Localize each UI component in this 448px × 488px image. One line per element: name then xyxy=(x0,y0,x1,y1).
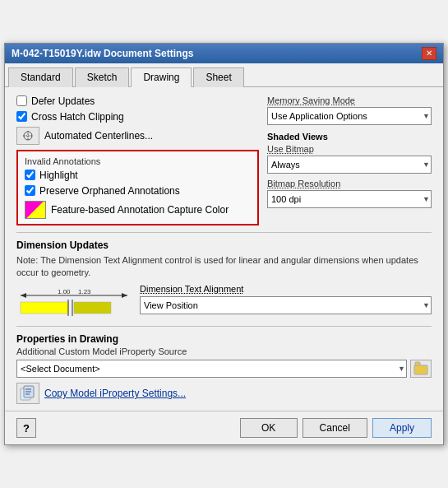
dimension-updates-title: Dimension Updates xyxy=(16,239,432,251)
copy-icon xyxy=(16,383,39,404)
dimension-alignment-label: Dimension Text Alignment xyxy=(140,284,432,294)
svg-marker-4 xyxy=(21,293,26,298)
bitmap-resolution-dropdown-wrap: 100 dpi 150 dpi 200 dpi 300 dpi ▼ xyxy=(267,190,432,208)
top-section: Defer Updates Cross Hatch Clipping Autom xyxy=(16,95,432,225)
automated-centerlines-label: Automated Centerlines... xyxy=(44,130,153,142)
centerlines-icon-btn[interactable] xyxy=(16,127,39,145)
doc-select-wrap: <Select Document> ▼ xyxy=(16,360,407,378)
tab-drawing[interactable]: Drawing xyxy=(131,67,192,87)
use-bitmap-dropdown[interactable]: Always Never Auto xyxy=(267,156,432,174)
defer-updates-row: Defer Updates xyxy=(16,95,259,107)
alignment-dropdown[interactable]: View Position Horizontal Aligned xyxy=(140,296,432,314)
color-swatch[interactable] xyxy=(25,201,46,219)
svg-text:1.00: 1.00 xyxy=(58,288,71,295)
copy-row: Copy Model iProperty Settings... xyxy=(16,383,432,404)
highlight-checkbox[interactable] xyxy=(25,170,35,180)
right-column: Memory Saving Mode Use Application Optio… xyxy=(267,95,432,225)
bitmap-resolution-dropdown[interactable]: 100 dpi 150 dpi 200 dpi 300 dpi xyxy=(267,190,432,208)
color-swatch-row: Feature-based Annotation Capture Color xyxy=(25,201,251,219)
tab-sketch[interactable]: Sketch xyxy=(75,67,130,87)
dimension-right: Dimension Text Alignment View Position H… xyxy=(140,284,432,319)
divider-2 xyxy=(16,326,432,327)
copy-settings-link[interactable]: Copy Model iProperty Settings... xyxy=(44,388,186,399)
memory-saving-dropdown[interactable]: Use Application Options Always On Always… xyxy=(267,107,432,125)
title-bar: M-042-T15019Y.idw Document Settings ✕ xyxy=(5,44,443,63)
dimension-section: 1.00 1.23 Dimension Text Alignment View … xyxy=(16,284,432,319)
memory-saving-dropdown-wrap: Use Application Options Always On Always… xyxy=(267,107,432,125)
memory-saving-label: Memory Saving Mode xyxy=(267,95,432,105)
invalid-annotations-box: Invalid Annotations Highlight Preserve O… xyxy=(16,150,259,225)
dialog-window: M-042-T15019Y.idw Document Settings ✕ St… xyxy=(4,43,444,446)
properties-sub: Additional Custom Model iProperty Source xyxy=(16,346,432,356)
help-section: ? xyxy=(16,418,36,438)
tabs-row: Standard Sketch Drawing Sheet xyxy=(5,63,443,87)
doc-select-row: <Select Document> ▼ xyxy=(16,360,432,378)
color-label: Feature-based Annotation Capture Color xyxy=(51,204,229,216)
automated-centerlines-row: Automated Centerlines... xyxy=(16,127,259,145)
defer-updates-checkbox[interactable] xyxy=(16,95,27,106)
dimension-visual: 1.00 1.23 xyxy=(16,287,132,317)
doc-select-dropdown[interactable]: <Select Document> xyxy=(16,360,407,378)
dialog-footer: ? OK Cancel Apply xyxy=(5,411,443,444)
ok-button[interactable]: OK xyxy=(240,418,298,438)
highlight-label: Highlight xyxy=(39,170,78,181)
use-bitmap-label: Use Bitmap xyxy=(267,144,432,154)
svg-marker-5 xyxy=(122,293,127,298)
preserve-orphaned-row: Preserve Orphaned Annotations xyxy=(25,185,251,197)
tab-sheet[interactable]: Sheet xyxy=(193,67,243,87)
properties-section: Properties in Drawing Additional Custom … xyxy=(16,333,432,404)
tab-standard[interactable]: Standard xyxy=(8,67,73,87)
divider-1 xyxy=(16,232,432,233)
preserve-orphaned-label: Preserve Orphaned Annotations xyxy=(39,185,180,197)
invalid-annotations-title: Invalid Annotations xyxy=(25,156,251,166)
svg-rect-13 xyxy=(415,362,420,365)
window-title: M-042-T15019Y.idw Document Settings xyxy=(12,48,193,59)
cross-hatch-checkbox[interactable] xyxy=(16,111,27,122)
preserve-orphaned-checkbox[interactable] xyxy=(25,185,35,196)
use-bitmap-dropdown-wrap: Always Never Auto ▼ xyxy=(267,156,432,174)
left-column: Defer Updates Cross Hatch Clipping Autom xyxy=(16,95,259,225)
dialog-content: Defer Updates Cross Hatch Clipping Autom xyxy=(5,87,443,411)
alignment-dropdown-wrap: View Position Horizontal Aligned ▼ xyxy=(140,296,432,314)
shaded-views-title: Shaded Views xyxy=(267,132,432,142)
folder-button[interactable] xyxy=(410,360,432,378)
svg-rect-9 xyxy=(74,302,111,314)
help-button[interactable]: ? xyxy=(16,418,36,438)
cross-hatch-label: Cross Hatch Clipping xyxy=(31,111,124,123)
svg-rect-8 xyxy=(21,302,68,314)
cross-hatch-row: Cross Hatch Clipping xyxy=(16,111,259,123)
dimension-updates-note: Note: The Dimension Text Alignment contr… xyxy=(16,254,432,280)
properties-title: Properties in Drawing xyxy=(16,333,432,345)
title-bar-buttons: ✕ xyxy=(422,47,436,60)
svg-rect-12 xyxy=(414,365,427,374)
cancel-button[interactable]: Cancel xyxy=(303,418,367,438)
svg-text:1.23: 1.23 xyxy=(78,288,91,295)
bitmap-resolution-label: Bitmap Resolution xyxy=(267,179,432,188)
apply-button[interactable]: Apply xyxy=(372,418,432,438)
shaded-views-section: Shaded Views Use Bitmap Always Never Aut… xyxy=(267,132,432,208)
highlight-row: Highlight xyxy=(25,170,251,181)
defer-updates-label: Defer Updates xyxy=(31,95,95,107)
close-button[interactable]: ✕ xyxy=(422,47,436,60)
footer-buttons: OK Cancel Apply xyxy=(240,418,432,438)
